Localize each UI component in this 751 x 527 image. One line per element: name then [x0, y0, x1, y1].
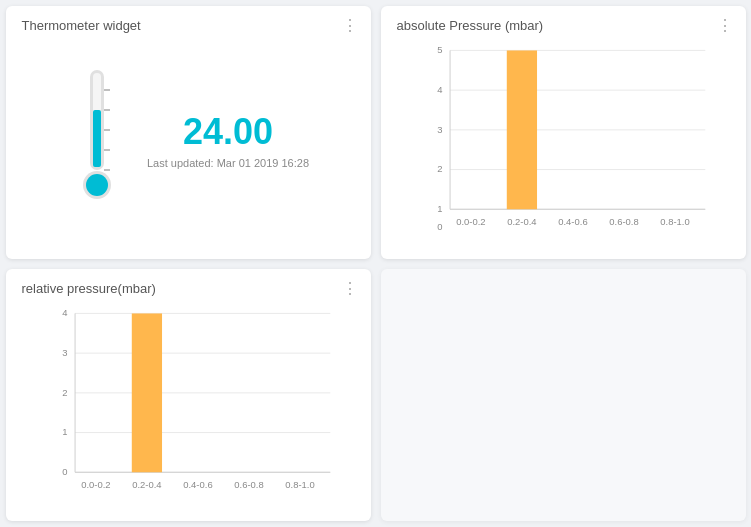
thermometer-menu-icon[interactable]: ⋮: [342, 16, 359, 35]
svg-rect-2: [93, 110, 101, 167]
svg-text:0.4-0.6: 0.4-0.6: [558, 216, 587, 227]
empty-widget: [381, 269, 746, 522]
svg-text:0.8-1.0: 0.8-1.0: [285, 479, 314, 490]
svg-text:3: 3: [62, 346, 67, 357]
relative-pressure-title: relative pressure(mbar): [22, 281, 355, 296]
svg-text:2: 2: [62, 386, 67, 397]
absolute-pressure-title: absolute Pressure (mbar): [397, 18, 730, 33]
thermometer-widget: Thermometer widget ⋮: [6, 6, 371, 259]
absolute-pressure-widget: absolute Pressure (mbar) ⋮ 5 4 3 2 1: [381, 6, 746, 259]
thermometer-icon: [67, 60, 127, 220]
bar-rel-02-04: [131, 313, 161, 472]
svg-text:0.0-0.2: 0.0-0.2: [81, 479, 110, 490]
svg-point-4: [86, 174, 108, 196]
svg-text:2: 2: [437, 163, 442, 174]
svg-text:0.6-0.8: 0.6-0.8: [234, 479, 263, 490]
svg-text:1: 1: [437, 203, 442, 214]
thermometer-content: 24.00 Last updated: Mar 01 2019 16:28: [22, 41, 355, 240]
relative-pressure-menu-icon[interactable]: ⋮: [342, 279, 359, 298]
svg-text:4: 4: [437, 84, 442, 95]
svg-text:0.4-0.6: 0.4-0.6: [183, 479, 212, 490]
thermometer-title: Thermometer widget: [22, 18, 355, 33]
svg-text:3: 3: [437, 124, 442, 135]
svg-text:5: 5: [437, 44, 442, 55]
svg-text:0.6-0.8: 0.6-0.8: [609, 216, 638, 227]
svg-text:4: 4: [62, 307, 67, 318]
svg-text:0: 0: [62, 466, 67, 477]
svg-text:0.2-0.4: 0.2-0.4: [132, 479, 161, 490]
dashboard: Thermometer widget ⋮: [6, 6, 746, 521]
bar-abs-02-04: [506, 50, 536, 209]
relative-pressure-chart: 4 3 2 1 0 0.0-0.2 0.2-0.4 0.4-0.6 0.6-0.…: [22, 304, 355, 503]
absolute-pressure-menu-icon[interactable]: ⋮: [717, 16, 734, 35]
svg-text:0: 0: [437, 221, 442, 232]
svg-text:0.0-0.2: 0.0-0.2: [456, 216, 485, 227]
absolute-pressure-chart: 5 4 3 2 1 0 0.0-0.2 0.2-0.4 0.4-0.6 0.6-…: [397, 41, 730, 240]
thermometer-last-updated: Last updated: Mar 01 2019 16:28: [147, 157, 309, 169]
relative-pressure-widget: relative pressure(mbar) ⋮ 4 3 2 1 0: [6, 269, 371, 522]
svg-text:1: 1: [62, 426, 67, 437]
thermometer-value: 24.00: [147, 111, 309, 153]
svg-text:0.2-0.4: 0.2-0.4: [507, 216, 536, 227]
thermometer-info: 24.00 Last updated: Mar 01 2019 16:28: [147, 111, 309, 169]
svg-text:0.8-1.0: 0.8-1.0: [660, 216, 689, 227]
